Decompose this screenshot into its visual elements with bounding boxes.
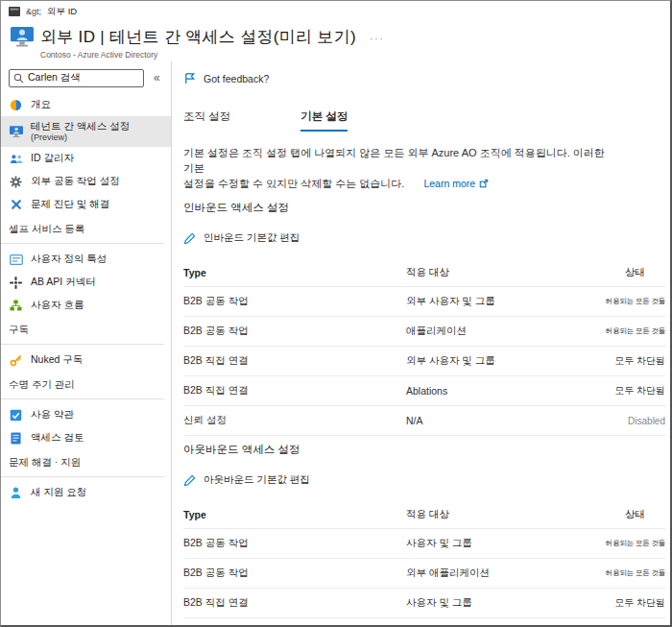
sidebar-item-cross-tenant-access-settings[interactable]: 테넌트 간 액세스 설정 (Preview) <box>1 116 171 147</box>
inbound-table: Type 적용 대상 상태 B2B 공동 작업 외부 사용자 및 그룹 허용되는… <box>183 259 665 436</box>
cell-type: B2B 공동 작업 <box>183 537 406 550</box>
cell-type: B2B 공동 작업 <box>183 567 406 580</box>
tab-organizational-settings[interactable]: 조직 설정 <box>183 109 230 132</box>
sidebar-item-label: 사용 약관 <box>31 408 74 422</box>
divider <box>1 476 164 477</box>
cell-applies-to: Ablations <box>406 385 542 397</box>
got-feedback-label: Got feedback? <box>204 73 269 84</box>
inbound-table-header: Type 적용 대상 상태 <box>183 259 665 287</box>
learn-more-label: Learn more <box>423 176 475 191</box>
tab-bar: 조직 설정 기본 설정 <box>183 109 662 132</box>
external-link-icon <box>479 179 489 188</box>
outbound-table: Type 적용 대상 상태 B2B 공동 작업 사용자 및 그룹 허용되는 모든… <box>183 501 665 625</box>
sidebar-item-label: 새 지원 요청 <box>31 486 86 499</box>
cell-type: B2B 직접 연결 <box>183 354 406 368</box>
cell-status: 모두 차단됨 <box>542 384 665 398</box>
sidebar-section-lifecycle: 수명 주기 관리 <box>1 374 171 396</box>
main-content: Got feedback? 조직 설정 기본 설정 기본 설정은 조직 설정 탭… <box>172 61 670 625</box>
sidebar-section-troubleshooting: 문제 해결 · 지원 <box>1 452 171 473</box>
overview-icon <box>9 99 23 111</box>
sidebar-section-subscriptions: 구독 <box>1 320 171 341</box>
description-line-2: 설정을 수정할 수 있지만 삭제할 수는 없습니다. <box>183 176 404 191</box>
table-row: B2B 공동 작업 외부 사용자 및 그룹 허용되는 모든 것들 <box>183 287 665 317</box>
sidebar-item-diagnose-solve[interactable]: 문제 진단 및 해결 <box>1 193 171 216</box>
sidebar-search[interactable] <box>9 69 144 87</box>
user-flows-icon <box>9 300 23 311</box>
description-line-1: 기본 설정은 조직 설정 탭에 나열되지 않은 모든 외부 Azure AO 조… <box>183 145 611 176</box>
cell-type: B2B 직접 연결 <box>183 596 406 610</box>
pencil-icon <box>183 474 196 487</box>
breadcrumb-item-external-id[interactable]: 외부 ID <box>47 6 77 18</box>
table-row: B2B 공동 작업 애플리케이션 허용되는 모든 것들 <box>183 317 665 347</box>
sidebar-item-linked-subscriptions[interactable]: Nuked 구독 <box>1 349 171 372</box>
cell-status: Disabled <box>542 416 665 426</box>
inbound-section-title: 인바운드 액세스 설정 <box>183 201 662 215</box>
cell-applies-to: 외부 애플리케이션 <box>406 567 542 580</box>
portal-menu-icon[interactable] <box>9 7 20 16</box>
sidebar-item-api-connectors[interactable]: AB API 커넥터 <box>1 271 171 294</box>
identity-providers-icon <box>9 154 23 164</box>
feedback-icon <box>183 72 197 85</box>
outbound-section-title: 아웃바운드 액세스 설정 <box>183 443 662 457</box>
page-subtitle: Contoso - Azure Active Directory <box>40 50 356 60</box>
sidebar-item-new-support-request[interactable]: 새 지원 요청 <box>1 481 171 504</box>
edit-inbound-defaults-button[interactable]: 인바운드 기본값 편집 <box>183 231 300 245</box>
cell-type: 신뢰 설정 <box>183 414 406 427</box>
cell-status: 허용되는 모든 것들 <box>542 568 665 578</box>
sidebar-item-label: 액세스 검토 <box>31 431 84 445</box>
more-options-button[interactable]: ··· <box>370 34 385 44</box>
cell-applies-to: N/A <box>406 415 542 426</box>
breadcrumb: &gt; 외부 ID <box>1 1 670 18</box>
custom-attributes-icon <box>9 254 23 265</box>
table-row: B2B 공동 작업 외부 애플리케이션 허용되는 모든 것들 <box>183 559 665 589</box>
access-reviews-icon <box>9 432 23 445</box>
sidebar-item-identity-providers[interactable]: ID 갈리자 <box>1 147 171 170</box>
diagnose-icon <box>9 199 23 210</box>
sidebar-item-user-flows[interactable]: 사용자 흐름 <box>1 294 171 317</box>
cell-applies-to: 외부 사용자 및 그룹 <box>406 295 542 308</box>
got-feedback-button[interactable]: Got feedback? <box>183 68 269 89</box>
search-icon <box>13 73 24 84</box>
page-title: 외부 ID | 테넌트 간 액세스 설정(미리 보기) <box>40 26 356 48</box>
external-identities-icon <box>11 27 34 52</box>
cell-applies-to: 사용자 및 그룹 <box>406 537 542 550</box>
support-request-icon <box>9 487 23 498</box>
sidebar-item-overview[interactable]: 개요 <box>1 93 171 116</box>
collapse-sidebar-button[interactable]: « <box>154 72 160 84</box>
cell-applies-to: 사용자 및 그룹 <box>406 596 542 610</box>
sidebar-item-label: 사용자 흐름 <box>31 299 84 312</box>
column-header-applies-to: 적용 대상 <box>406 508 542 521</box>
terms-of-use-icon <box>9 409 23 422</box>
column-header-type: Type <box>183 267 406 278</box>
column-header-applies-to: 적용 대상 <box>406 266 542 279</box>
outbound-table-header: Type 적용 대상 상태 <box>183 501 665 529</box>
cell-applies-to: 외부 사용자 및 그룹 <box>406 354 542 368</box>
divider <box>1 344 164 345</box>
edit-outbound-defaults-button[interactable]: 아웃바운드 기본값 편집 <box>183 473 310 487</box>
cell-type: B2B 직접 연결 <box>183 384 406 398</box>
sidebar-item-custom-attributes[interactable]: 사용자 정의 특성 <box>1 248 171 271</box>
tab-default-settings[interactable]: 기본 설정 <box>300 109 348 132</box>
cell-status: 허용되는 모든 것들 <box>542 297 665 306</box>
cell-status: 허용되는 모든 것들 <box>542 539 665 548</box>
table-row: B2B 공동 작업 사용자 및 그룹 허용되는 모든 것들 <box>183 529 665 559</box>
sidebar-item-external-collaboration-settings[interactable]: 외부 공동 작업 설정 <box>1 170 171 193</box>
sidebar-item-terms-of-use[interactable]: 사용 약관 <box>1 403 171 426</box>
search-input[interactable] <box>28 72 133 84</box>
learn-more-link[interactable]: Learn more <box>423 176 489 191</box>
table-row: B2B 직접 연결 외부 사용자 및 그룹 모두 차단됨 <box>183 347 665 376</box>
sidebar-item-label: Nuked 구독 <box>31 353 83 367</box>
sidebar-item-label: ID 갈리자 <box>31 152 74 165</box>
column-header-status: 상태 <box>542 266 665 279</box>
edit-outbound-defaults-label: 아웃바운드 기본값 편집 <box>204 473 310 487</box>
table-row: B2B 직접 연결 외부 애플리케이션 모두 차단됨 <box>183 618 665 625</box>
sidebar-section-self-service: 셀프 서비스 등록 <box>1 219 171 240</box>
cell-type: B2B 공동 작업 <box>183 325 406 338</box>
sidebar-item-label: 외부 공동 작업 설정 <box>31 175 120 188</box>
key-icon <box>9 354 23 367</box>
sidebar-item-label: 테넌트 간 액세스 설정 <box>31 120 130 133</box>
sidebar-item-access-reviews[interactable]: 액세스 검토 <box>1 426 171 449</box>
sidebar-item-label: 개요 <box>31 98 51 111</box>
gear-icon <box>9 176 23 188</box>
default-settings-description: 기본 설정은 조직 설정 탭에 나열되지 않은 모든 외부 Azure AO 조… <box>183 145 611 191</box>
